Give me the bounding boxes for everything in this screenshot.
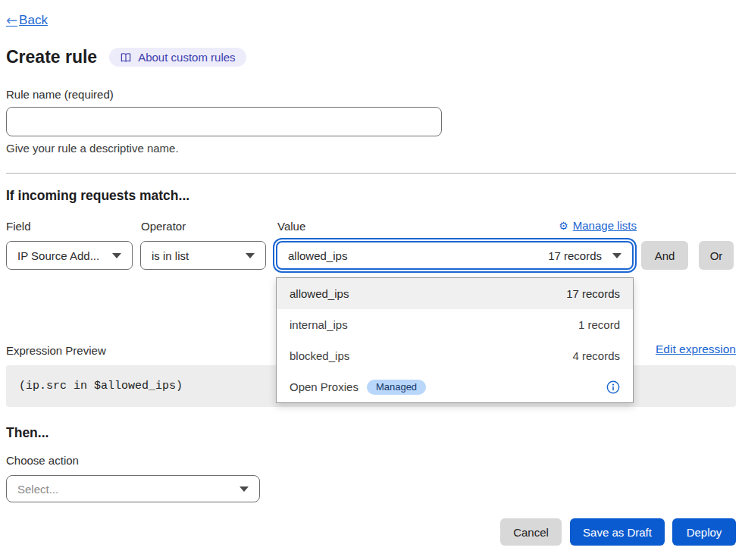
match-section-heading: If incoming requests match... [6,188,189,204]
list-item-meta: 17 records [566,287,620,300]
value-select-records: 17 records [548,249,602,262]
list-item-meta: 4 records [572,349,620,362]
operator-label: Operator [141,220,186,233]
page-title: Create rule [6,47,97,67]
rule-name-input[interactable] [6,107,442,136]
info-icon[interactable] [606,380,620,394]
choose-action-label: Choose action [6,454,79,467]
save-as-draft-button[interactable]: Save as Draft [570,518,665,546]
book-icon [120,52,132,64]
deploy-button[interactable]: Deploy [672,518,736,546]
section-divider [6,173,736,174]
list-item-blocked-ips[interactable]: blocked_ips 4 records [277,340,633,371]
value-select[interactable]: allowed_ips 17 records [276,241,634,270]
rule-name-helper: Give your rule a descriptive name. [6,142,179,155]
value-label: Value [277,220,305,233]
manage-lists-link[interactable]: ⚙ Manage lists [559,219,637,232]
and-button[interactable]: And [641,241,688,270]
value-dropdown-panel: allowed_ips 17 records internal_ips 1 re… [276,277,634,403]
list-item-name: Open Proxies [290,380,358,393]
managed-badge: Managed [367,380,426,395]
field-select-value: IP Source Add... [17,249,99,262]
operator-select[interactable]: is in list [140,241,266,270]
list-item-name: allowed_ips [290,287,349,300]
chevron-down-icon [612,253,621,258]
action-select-placeholder: Select... [17,483,58,496]
list-item-allowed-ips[interactable]: allowed_ips 17 records [277,278,633,309]
edit-expression-link[interactable]: Edit expression [656,343,736,356]
value-select-value: allowed_ips [288,249,347,262]
operator-select-value: is in list [152,249,189,262]
list-item-name: internal_ips [290,318,348,331]
back-arrow-icon: ← [6,12,17,28]
list-item-open-proxies[interactable]: Open Proxies Managed [277,371,633,402]
back-label: Back [19,13,48,28]
about-pill-label: About custom rules [138,51,235,64]
field-select[interactable]: IP Source Add... [6,241,133,270]
action-select[interactable]: Select... [6,475,260,502]
title-row: Create rule About custom rules [6,47,246,67]
chevron-down-icon [246,253,255,258]
cancel-button[interactable]: Cancel [500,518,562,546]
then-section-heading: Then... [6,425,49,441]
expression-preview-label: Expression Preview [6,344,106,357]
list-item-meta: 1 record [578,318,620,331]
gear-icon: ⚙ [559,220,568,232]
about-custom-rules-link[interactable]: About custom rules [109,48,246,67]
list-item-name: blocked_ips [290,349,349,362]
or-button[interactable]: Or [699,241,734,270]
field-label: Field [6,220,31,233]
rule-name-label: Rule name (required) [6,88,114,101]
list-item-internal-ips[interactable]: internal_ips 1 record [277,309,633,340]
chevron-down-icon [112,253,121,258]
expression-code: (ip.src in $allowed_ips) [19,380,183,393]
chevron-down-icon [240,486,249,492]
back-link[interactable]: ←Back [6,12,48,28]
manage-lists-label: Manage lists [573,219,637,232]
